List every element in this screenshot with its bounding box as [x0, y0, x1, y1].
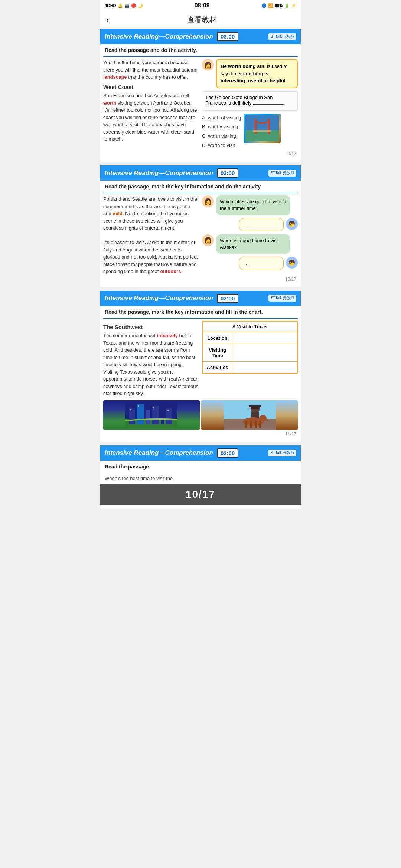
chat-bubble-q2: When is a good time to visit Alaska? [216, 234, 290, 254]
section-4-header: Intensive Reading—Comprehension 02:00 ST… [100, 445, 301, 461]
section-3-timer: 03:00 [217, 294, 238, 303]
cell-value-visiting-time[interactable] [232, 344, 297, 361]
divider-2 [103, 193, 298, 193]
section-2-left: Portland and Seattle are lovely to visit… [103, 195, 199, 275]
cell-value-activities[interactable] [232, 362, 297, 373]
section-1-right: 👩 Be worth doing sth. is used to say tha… [202, 59, 298, 150]
chat-bubble-a2[interactable]: ... [239, 257, 284, 270]
tooltip-strong2: something is interesting, useful or help… [221, 71, 287, 84]
question-box-1: The Golden Gate Bridge in San Francisco … [202, 91, 298, 111]
svg-rect-24 [245, 421, 247, 428]
chat-bubble-q1: Which cities are good to visit in the su… [216, 195, 290, 215]
divider-1 [103, 56, 298, 57]
s1-text2: that the country has to offer. [127, 74, 188, 80]
section-1-timer: 03:00 [217, 32, 238, 41]
s3-text2: hot in Texas, and the winter months are … [103, 333, 199, 396]
svg-rect-4 [253, 130, 271, 132]
section-2-pagenum: 10/17 [100, 275, 301, 283]
section-2: Intensive Reading—Comprehension 03:00 ST… [100, 165, 301, 287]
section-3-header: Intensive Reading—Comprehension 03:00 ST… [100, 291, 301, 306]
answer-blank [253, 104, 283, 105]
section-4: Intensive Reading—Comprehension 02:00 ST… [100, 445, 301, 509]
section-2-instruction: Read the passage, mark the key informati… [100, 181, 301, 193]
table-title: A Visit to Texas [203, 322, 297, 332]
cell-value-location[interactable] [232, 332, 297, 344]
tooltip-bubble-1: Be worth doing sth. is used to say that … [216, 59, 298, 88]
svg-rect-7 [129, 408, 135, 424]
s1-text3: San Francisco and Los Angeles are well [103, 93, 189, 98]
s1-heading: West Coast [103, 83, 199, 92]
s1-text1: You'd better bring your camera because t… [103, 60, 198, 73]
svg-rect-15 [153, 407, 154, 408]
visit-to-texas-table: A Visit to Texas Location Visiting Time … [202, 321, 298, 374]
golden-gate-image [244, 114, 281, 143]
svg-rect-8 [137, 404, 144, 424]
status-left: 4GHD 🔔 📷 🔴 🌙 [105, 3, 143, 8]
clock: 08:09 [195, 2, 210, 9]
section-3-title: Intensive Reading—Comprehension [105, 295, 213, 302]
battery-icon: 🔋 [284, 3, 290, 8]
section-3-instruction: Read the passage, mark the key informati… [100, 306, 301, 318]
section-1-instruction: Read the passage and do the activity. [100, 44, 301, 56]
option-c[interactable]: C. worth visiting [202, 132, 241, 141]
avatar-boy-2: 👦 [286, 257, 298, 269]
app-icon2: 🔴 [131, 3, 136, 8]
city-image [103, 400, 200, 430]
chat-row-q1: 👩 Which cities are good to visit in the … [202, 195, 298, 215]
option-b[interactable]: B. worthy visiting [202, 122, 241, 132]
section-3-pagenum: 11/17 [100, 430, 301, 438]
section-3-right: A Visit to Texas Location Visiting Time … [202, 321, 298, 397]
section-3-images [100, 400, 301, 430]
s1-red2: worth [103, 100, 116, 106]
chat-bubble-a1[interactable]: ... [239, 218, 284, 231]
answer-options-1: A. worth of visiting B. worthy visiting … [202, 114, 241, 150]
section-3-brand: STTalk 元教师 [268, 295, 296, 302]
back-button[interactable]: ‹ [106, 15, 109, 25]
avatar-girl-2: 👩 [202, 195, 214, 207]
table-row-location: Location [203, 332, 297, 344]
section-2-title: Intensive Reading—Comprehension [105, 170, 213, 177]
s2-red1: mild [113, 211, 123, 216]
option-a[interactable]: A. worth of visiting [202, 114, 241, 123]
cell-label-visiting-time: Visiting Time [203, 344, 232, 361]
svg-rect-11 [161, 411, 164, 424]
section-4-title: Intensive Reading—Comprehension [105, 449, 213, 457]
avatar-girl-3: 👩 [202, 234, 214, 246]
svg-rect-14 [138, 405, 139, 407]
section-1-title: Intensive Reading—Comprehension [105, 33, 213, 40]
section-2-right: 👩 Which cities are good to visit in the … [202, 195, 298, 275]
charging-icon: ⚡ [291, 3, 296, 8]
option-d[interactable]: D. worth to visit [202, 141, 241, 150]
notification-icon: 🔔 [118, 3, 123, 8]
section-2-timer: 03:00 [217, 168, 238, 178]
chat-container-1: 👩 Which cities are good to visit in the … [202, 195, 298, 270]
page-header: ‹ 查看教材 [100, 11, 301, 29]
svg-rect-10 [152, 406, 159, 424]
wifi-icon: 📶 [268, 3, 273, 8]
section-1-brand: STTalk 元教师 [268, 33, 296, 40]
s3-text1: The summer months get [103, 333, 157, 338]
svg-rect-22 [249, 405, 261, 407]
svg-rect-27 [259, 421, 261, 428]
signal-indicator: 4GHD [105, 3, 116, 8]
s1-text4: visiting between April and October. It's… [103, 100, 197, 142]
cell-label-activities: Activities [203, 362, 232, 373]
s2-red2: outdoors [160, 269, 181, 274]
section-2-header: Intensive Reading—Comprehension 03:00 ST… [100, 165, 301, 181]
section-4-instruction: Read the passage. [100, 461, 301, 473]
cell-label-location: Location [203, 332, 232, 344]
divider-3 [103, 318, 298, 319]
section-3: Intensive Reading—Comprehension 03:00 ST… [100, 291, 301, 442]
section-2-brand: STTalk 元教师 [268, 170, 296, 177]
app-icon3: 🌙 [138, 3, 143, 8]
progress-overlay: 10/17 [100, 484, 301, 505]
status-right: 🔵 📶 99% 🔋 ⚡ [261, 3, 296, 8]
tooltip-strong1: Be worth doing sth. [221, 63, 265, 69]
s2-text4: . [181, 269, 183, 274]
svg-rect-29 [265, 419, 268, 421]
section-1: Intensive Reading—Comprehension 03:00 ST… [100, 29, 301, 162]
question-text-1: The Golden Gate Bridge in San Francisco … [205, 95, 294, 106]
s3-heading: The Southwest [103, 323, 199, 332]
chat-row-a1: 👦 ... [202, 218, 298, 231]
section-1-content: You'd better bring your camera because t… [100, 59, 301, 150]
